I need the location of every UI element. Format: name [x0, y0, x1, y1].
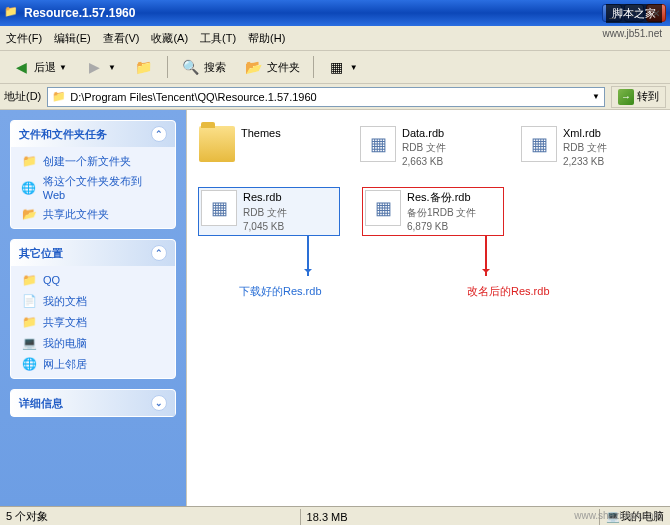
- task-publish[interactable]: 🌐将这个文件夹发布到 Web: [21, 174, 165, 201]
- share-icon: 📂: [21, 206, 37, 222]
- file-meta: Data.rdb RDB 文件 2,663 KB: [402, 126, 446, 168]
- folders-label: 文件夹: [267, 60, 300, 75]
- file-item-xml[interactable]: Xml.rdb RDB 文件 2,233 KB: [521, 126, 658, 168]
- views-button[interactable]: ▦ ▼: [320, 54, 365, 80]
- menu-favorites[interactable]: 收藏(A): [151, 31, 188, 46]
- file-size: 6,879 KB: [407, 220, 476, 233]
- annotation-text: 下载好的: [239, 285, 283, 297]
- panel-title: 其它位置: [19, 246, 63, 261]
- forward-button[interactable]: ▶ ▼: [78, 54, 123, 80]
- file-meta: Xml.rdb RDB 文件 2,233 KB: [563, 126, 607, 168]
- file-item-res[interactable]: Res.rdb RDB 文件 7,045 KB: [199, 188, 339, 234]
- shared-icon: 📁: [21, 314, 37, 330]
- menu-help[interactable]: 帮助(H): [248, 31, 285, 46]
- network-icon: 🌐: [21, 356, 37, 372]
- dropdown-icon[interactable]: ▼: [592, 92, 600, 101]
- place-label: 我的文档: [43, 294, 87, 309]
- file-row: Themes Data.rdb RDB 文件 2,663 KB Xml.rdb …: [199, 126, 658, 168]
- menu-file[interactable]: 文件(F): [6, 31, 42, 46]
- annotation-text: 改名后的: [467, 285, 511, 297]
- panel-header[interactable]: 文件和文件夹任务 ⌃: [11, 121, 175, 147]
- back-icon: ◀: [11, 57, 31, 77]
- panel-header[interactable]: 详细信息 ⌄: [11, 390, 175, 416]
- file-meta: Res.备份.rdb 备份1RDB 文件 6,879 KB: [407, 190, 476, 232]
- file-meta: Res.rdb RDB 文件 7,045 KB: [243, 190, 287, 232]
- panel-title: 文件和文件夹任务: [19, 127, 107, 142]
- views-icon: ▦: [327, 57, 347, 77]
- address-path: D:\Program Files\Tencent\QQ\Resource.1.5…: [70, 91, 588, 103]
- panel-places: 其它位置 ⌃ 📁QQ 📄我的文档 📁共享文档 💻我的电脑 🌐网上邻居: [10, 239, 176, 379]
- place-network[interactable]: 🌐网上邻居: [21, 356, 165, 372]
- rdb-icon: [365, 190, 401, 226]
- arrow-red: [485, 236, 487, 276]
- task-label: 共享此文件夹: [43, 207, 109, 222]
- sidebar: 文件和文件夹任务 ⌃ 📁创建一个新文件夹 🌐将这个文件夹发布到 Web 📂共享此…: [0, 110, 186, 506]
- file-item-themes[interactable]: Themes: [199, 126, 336, 168]
- status-objects: 5 个对象: [6, 509, 48, 525]
- file-item-data[interactable]: Data.rdb RDB 文件 2,663 KB: [360, 126, 497, 168]
- panel-body: 📁创建一个新文件夹 🌐将这个文件夹发布到 Web 📂共享此文件夹: [11, 147, 175, 228]
- forward-icon: ▶: [85, 57, 105, 77]
- file-type: RDB 文件: [402, 141, 446, 154]
- toolbar: ◀ 后退 ▼ ▶ ▼ 📁 🔍 搜索 📂 文件夹 ▦ ▼: [0, 50, 670, 84]
- place-shared[interactable]: 📁共享文档: [21, 314, 165, 330]
- new-folder-icon: 📁: [21, 153, 37, 169]
- back-button[interactable]: ◀ 后退 ▼: [4, 54, 74, 80]
- panel-title: 详细信息: [19, 396, 63, 411]
- dropdown-icon: ▼: [59, 63, 67, 72]
- separator: [167, 56, 168, 78]
- collapse-icon[interactable]: ⌃: [151, 245, 167, 261]
- menu-edit[interactable]: 编辑(E): [54, 31, 91, 46]
- search-icon: 🔍: [181, 57, 201, 77]
- panel-tasks: 文件和文件夹任务 ⌃ 📁创建一个新文件夹 🌐将这个文件夹发布到 Web 📂共享此…: [10, 120, 176, 229]
- publish-icon: 🌐: [21, 180, 37, 196]
- go-icon: →: [618, 89, 634, 105]
- menu-view[interactable]: 查看(V): [103, 31, 140, 46]
- menu-bar: 文件(F) 编辑(E) 查看(V) 收藏(A) 工具(T) 帮助(H) 脚本之家…: [0, 26, 670, 50]
- panel-details: 详细信息 ⌄: [10, 389, 176, 417]
- task-new-folder[interactable]: 📁创建一个新文件夹: [21, 153, 165, 169]
- file-name: Themes: [241, 126, 281, 140]
- place-mycomputer[interactable]: 💻我的电脑: [21, 335, 165, 351]
- file-size: 2,233 KB: [563, 155, 607, 168]
- file-name: Res.备份.rdb: [407, 190, 476, 204]
- panel-body: 📁QQ 📄我的文档 📁共享文档 💻我的电脑 🌐网上邻居: [11, 266, 175, 378]
- collapse-icon[interactable]: ⌃: [151, 126, 167, 142]
- rdb-icon: [201, 190, 237, 226]
- task-share[interactable]: 📂共享此文件夹: [21, 206, 165, 222]
- dropdown-icon: ▼: [108, 63, 116, 72]
- computer-icon: 💻: [21, 335, 37, 351]
- annotation-filename: Res.rdb: [511, 285, 550, 297]
- content-area: 文件和文件夹任务 ⌃ 📁创建一个新文件夹 🌐将这个文件夹发布到 Web 📂共享此…: [0, 110, 670, 506]
- file-area[interactable]: Themes Data.rdb RDB 文件 2,663 KB Xml.rdb …: [186, 110, 670, 506]
- file-name: Xml.rdb: [563, 126, 607, 140]
- place-label: 共享文档: [43, 315, 87, 330]
- place-qq[interactable]: 📁QQ: [21, 272, 165, 288]
- file-name: Res.rdb: [243, 190, 287, 204]
- file-item-res-backup[interactable]: Res.备份.rdb 备份1RDB 文件 6,879 KB: [363, 188, 503, 234]
- folder-icon: 📁: [4, 5, 20, 21]
- folder-icon: 📁: [52, 90, 66, 103]
- place-mydocs[interactable]: 📄我的文档: [21, 293, 165, 309]
- menu-tools[interactable]: 工具(T): [200, 31, 236, 46]
- file-row: Res.rdb RDB 文件 7,045 KB Res.备份.rdb 备份1RD…: [199, 188, 658, 234]
- annotation-filename: Res.rdb: [283, 285, 322, 297]
- address-label: 地址(D): [4, 89, 41, 104]
- window-title: Resource.1.57.1960: [24, 6, 602, 20]
- watermark-top: 脚本之家: [606, 4, 662, 23]
- folders-button[interactable]: 📂 文件夹: [237, 54, 307, 80]
- go-button[interactable]: → 转到: [611, 86, 666, 108]
- search-button[interactable]: 🔍 搜索: [174, 54, 233, 80]
- status-size: 18.3 MB: [300, 509, 348, 525]
- expand-icon[interactable]: ⌄: [151, 395, 167, 411]
- panel-header[interactable]: 其它位置 ⌃: [11, 240, 175, 266]
- watermark-url: www.jb51.net: [603, 28, 662, 39]
- folders-icon: 📂: [244, 57, 264, 77]
- file-size: 2,663 KB: [402, 155, 446, 168]
- task-label: 创建一个新文件夹: [43, 154, 131, 169]
- separator: [313, 56, 314, 78]
- up-button[interactable]: 📁: [127, 54, 161, 80]
- address-input[interactable]: 📁 D:\Program Files\Tencent\QQ\Resource.1…: [47, 87, 605, 107]
- annotation-renamed: 改名后的Res.rdb: [467, 284, 550, 299]
- dropdown-icon: ▼: [350, 63, 358, 72]
